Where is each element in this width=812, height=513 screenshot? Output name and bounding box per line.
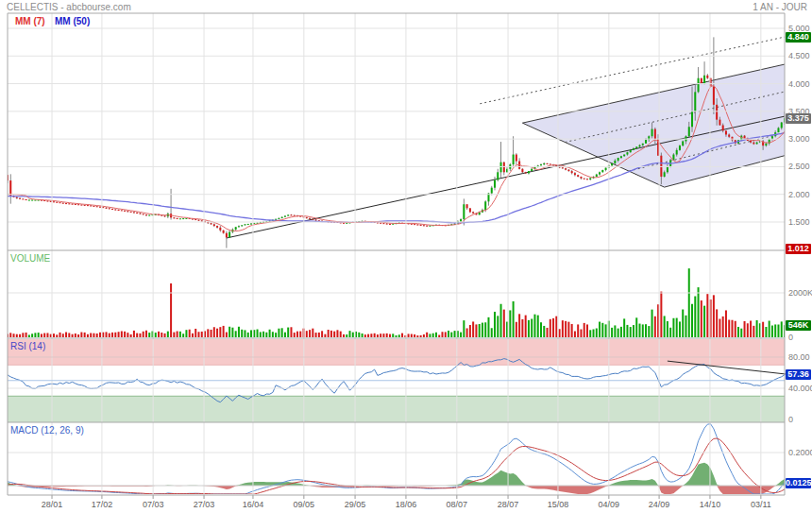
macd-panel <box>8 424 785 494</box>
date-label: 14/10 <box>691 500 729 509</box>
price-axis-tick: 2.000 <box>788 190 810 199</box>
price-axis-tick: 4.000 <box>788 79 810 89</box>
date-label: 08/07 <box>438 500 476 509</box>
price-panel <box>7 37 786 248</box>
macd-axis-tick: 0.2000 <box>788 448 812 457</box>
rsi-axis-tick: 40.000 <box>788 384 812 393</box>
price-axis-tick: 2.500 <box>788 162 810 171</box>
grid-layer <box>8 13 785 499</box>
date-label: 17/02 <box>83 500 121 509</box>
date-label: 07/03 <box>134 500 172 509</box>
date-label: 24/09 <box>640 500 678 509</box>
date-label: 04/09 <box>590 500 628 509</box>
legend-mm7: MM (7) <box>15 16 45 26</box>
price-badge: 1.012 <box>786 244 811 254</box>
stock-chart-page: CELLECTIS - abcbourse.com 1 AN - JOUR MM… <box>0 0 812 513</box>
price-badge: 3.375 <box>786 113 811 124</box>
volume-panel-label: VOLUME <box>10 253 50 264</box>
macd-line <box>8 424 785 494</box>
legend-mm50: MM (50) <box>55 16 90 26</box>
rsi-badge: 57.36 <box>786 369 811 380</box>
volume-badge: 546K <box>786 320 811 331</box>
date-label: 09/05 <box>285 500 323 509</box>
date-label: 28/07 <box>489 500 527 509</box>
macd-badge: 0.0125 <box>786 478 811 488</box>
chart-period-selector: 1 AN - JOUR <box>753 2 807 12</box>
rsi-axis-tick: 0 <box>788 415 793 424</box>
macd-panel-label: MACD (12, 26, 9) <box>10 425 84 436</box>
volume-axis-tick: 0 <box>788 333 793 342</box>
date-label: 28/01 <box>33 500 71 509</box>
price-axis-tick: 4.500 <box>788 51 810 60</box>
rsi-axis-tick: 80.00 <box>788 352 810 362</box>
vol-panel <box>7 268 786 337</box>
date-label: 15/08 <box>539 500 577 509</box>
chart-canvas[interactable] <box>0 0 812 513</box>
date-label: 29/05 <box>336 500 374 509</box>
price-axis-tick: 1.500 <box>788 217 810 227</box>
date-label: 18/06 <box>387 500 425 509</box>
volume-axis-tick: 2000K <box>788 288 812 298</box>
chart-title: CELLECTIS - abcbourse.com <box>7 2 131 12</box>
price-badge: 4.840 <box>786 32 811 43</box>
volume-series <box>7 268 786 337</box>
price-axis-tick: 3.000 <box>788 134 810 144</box>
rsi-panel-label: RSI (14) <box>10 341 45 351</box>
date-label: 27/03 <box>185 500 223 509</box>
date-label: 16/04 <box>234 500 272 509</box>
date-label: 03/11 <box>742 500 780 509</box>
